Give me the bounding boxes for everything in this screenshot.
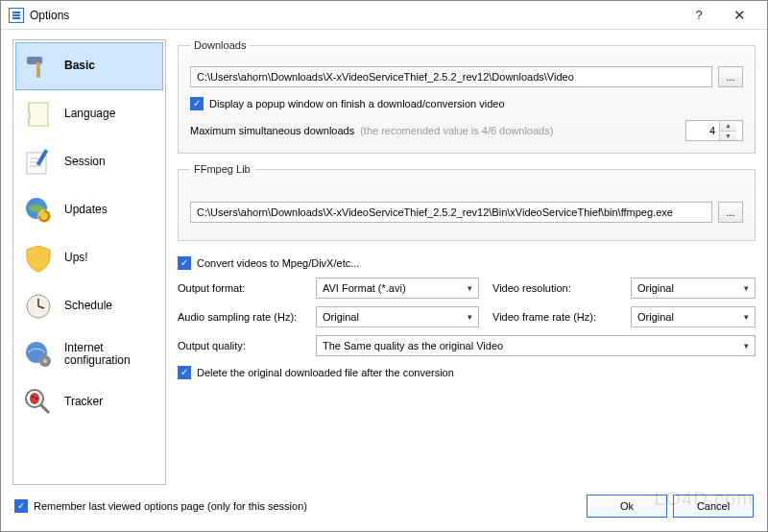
- svg-point-19: [32, 396, 34, 398]
- shield-icon: [22, 242, 55, 275]
- delete-original-checkbox[interactable]: [178, 366, 191, 379]
- popup-checkbox[interactable]: [190, 97, 204, 110]
- spin-arrows[interactable]: ▲▼: [719, 121, 736, 140]
- svg-point-18: [30, 393, 39, 404]
- svg-rect-2: [29, 103, 48, 126]
- output-format-combo[interactable]: AVI Format (*.avi): [316, 278, 479, 299]
- sidebar-item-schedule[interactable]: Schedule: [15, 282, 163, 330]
- convert-label: Convert videos to Mpeg/DivX/etc...: [197, 257, 359, 269]
- close-button[interactable]: ✕: [719, 2, 759, 29]
- sidebar-label: Internet configuration: [64, 342, 131, 367]
- audio-rate-label: Audio sampling rate (Hz):: [178, 311, 302, 323]
- sidebar-label: Tracker: [64, 396, 103, 408]
- bug-magnify-icon: [22, 386, 55, 419]
- downloads-legend: Downloads: [190, 39, 250, 51]
- svg-rect-1: [36, 62, 40, 78]
- sidebar-label: Updates: [64, 204, 108, 216]
- maxdl-value[interactable]: [686, 125, 719, 136]
- titlebar: Options ? ✕: [1, 1, 767, 30]
- sidebar-label: Ups!: [64, 252, 88, 264]
- paper-icon: [22, 98, 55, 131]
- sidebar-label: Language: [64, 108, 115, 120]
- ffmpeg-browse-button[interactable]: ...: [718, 202, 743, 223]
- sidebar: Basic Language Session Updates: [12, 39, 166, 485]
- hammer-icon: [22, 50, 55, 83]
- app-icon: [9, 8, 24, 23]
- video-frame-label: Video frame rate (Hz):: [492, 311, 617, 323]
- sidebar-item-internet[interactable]: Internet configuration: [15, 330, 163, 378]
- ok-button[interactable]: Ok: [587, 495, 667, 518]
- svg-point-20: [36, 398, 37, 399]
- clock-icon: [22, 290, 55, 323]
- window-title: Options: [30, 9, 69, 22]
- maxdl-label: Maximum simultaneous downloads: [190, 125, 354, 136]
- sidebar-item-session[interactable]: Session: [15, 138, 163, 186]
- content: Basic Language Session Updates: [1, 30, 767, 485]
- maxdl-hint: (the recomended value is 4/6 downloads): [360, 125, 553, 136]
- delete-original-label: Delete the original downloaded file afte…: [197, 367, 454, 378]
- svg-line-17: [40, 404, 49, 413]
- sidebar-item-tracker[interactable]: Tracker: [15, 378, 163, 426]
- sidebar-label: Basic: [64, 60, 95, 72]
- note-pencil-icon: [22, 146, 55, 179]
- popup-label: Display a popup window on finish a downl…: [209, 98, 505, 109]
- video-resolution-label: Video resolution:: [492, 282, 617, 294]
- sidebar-label: Schedule: [64, 300, 112, 312]
- remember-checkbox[interactable]: [14, 499, 28, 513]
- globe-gear-icon: [22, 338, 55, 371]
- audio-rate-combo[interactable]: Original: [316, 306, 479, 327]
- globe-refresh-icon: [22, 194, 55, 227]
- sidebar-label: Session: [64, 156, 106, 168]
- sidebar-item-language[interactable]: Language: [15, 90, 163, 138]
- cancel-button[interactable]: Cancel: [673, 495, 754, 518]
- svg-point-15: [43, 359, 47, 363]
- help-button[interactable]: ?: [679, 2, 719, 29]
- main-panel: Downloads ... Display a popup window on …: [178, 39, 756, 485]
- video-frame-combo[interactable]: Original: [631, 306, 756, 327]
- video-resolution-combo[interactable]: Original: [631, 278, 756, 299]
- convert-section: Convert videos to Mpeg/DivX/etc... Outpu…: [178, 251, 756, 383]
- downloads-path-input[interactable]: [190, 66, 712, 87]
- downloads-group: Downloads ... Display a popup window on …: [178, 39, 756, 154]
- remember-label: Remember last viewed options page (only …: [34, 500, 307, 512]
- output-format-label: Output format:: [178, 282, 302, 294]
- sidebar-item-ups[interactable]: Ups!: [15, 234, 163, 282]
- output-quality-label: Output quality:: [178, 340, 302, 351]
- ffmpeg-legend: FFmpeg Lib: [190, 163, 254, 175]
- sidebar-item-basic[interactable]: Basic: [15, 42, 163, 90]
- downloads-browse-button[interactable]: ...: [718, 66, 743, 87]
- footer: Remember last viewed options page (only …: [1, 485, 767, 531]
- output-quality-combo[interactable]: The Same quality as the original Video: [316, 335, 756, 356]
- maxdl-spinbox[interactable]: ▲▼: [685, 120, 743, 141]
- convert-checkbox[interactable]: [178, 256, 191, 270]
- options-window: Options ? ✕ Basic Language: [0, 0, 768, 532]
- sidebar-item-updates[interactable]: Updates: [15, 186, 163, 234]
- ffmpeg-group: FFmpeg Lib ...: [178, 163, 756, 241]
- ffmpeg-path-input[interactable]: [190, 202, 712, 223]
